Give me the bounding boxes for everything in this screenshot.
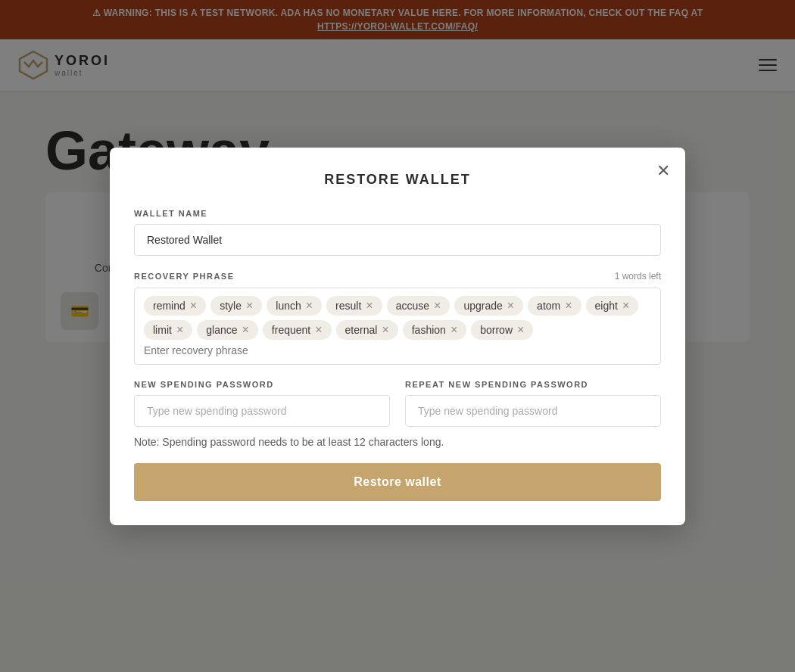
remove-tag[interactable]: ×	[366, 300, 373, 312]
recovery-phrase-header: RECOVERY PHRASE 1 words left	[134, 271, 661, 282]
remove-tag[interactable]: ×	[382, 324, 388, 336]
modal-title: RESTORE WALLET	[134, 172, 661, 188]
repeat-password-label: REPEAT NEW SPENDING PASSWORD	[405, 380, 661, 389]
remove-tag[interactable]: ×	[315, 324, 322, 336]
wallet-name-input[interactable]	[134, 224, 661, 256]
repeat-password-input[interactable]	[405, 395, 661, 427]
remove-tag[interactable]: ×	[246, 300, 253, 312]
remove-tag[interactable]: ×	[190, 300, 197, 312]
wallet-name-label: WALLET NAME	[134, 209, 661, 218]
modal-close-button[interactable]: ✕	[656, 163, 670, 179]
remove-tag[interactable]: ×	[565, 300, 572, 312]
remove-tag[interactable]: ×	[450, 324, 457, 336]
password-row: NEW SPENDING PASSWORD REPEAT NEW SPENDIN…	[134, 380, 661, 427]
recovery-phrase-input[interactable]	[144, 344, 651, 356]
remove-tag[interactable]: ×	[306, 300, 313, 312]
phrase-tag: upgrade ×	[454, 296, 523, 316]
phrase-tag: eight ×	[586, 296, 639, 316]
restore-wallet-button[interactable]: Restore wallet	[134, 463, 661, 501]
phrase-tag: frequent ×	[263, 320, 332, 340]
phrase-tag: result ×	[326, 296, 382, 316]
recovery-phrase-area[interactable]: remind ×style ×lunch ×result ×accuse ×up…	[134, 288, 661, 365]
phrase-tag: remind ×	[144, 296, 206, 316]
password-note: Note: Spending password needs to be at l…	[134, 436, 661, 448]
repeat-password-field: REPEAT NEW SPENDING PASSWORD	[405, 380, 661, 427]
phrase-tag: glance ×	[197, 320, 258, 340]
phrase-tag: limit ×	[144, 320, 192, 340]
phrase-tag: atom ×	[528, 296, 581, 316]
remove-tag[interactable]: ×	[434, 300, 441, 312]
remove-tag[interactable]: ×	[242, 324, 249, 336]
recovery-phrase-label: RECOVERY PHRASE	[134, 272, 235, 281]
phrase-tag: eternal ×	[336, 320, 398, 340]
remove-tag[interactable]: ×	[507, 300, 514, 312]
new-password-field: NEW SPENDING PASSWORD	[134, 380, 390, 427]
remove-tag[interactable]: ×	[517, 324, 524, 336]
restore-wallet-modal: ✕ RESTORE WALLET WALLET NAME RECOVERY PH…	[110, 148, 685, 525]
words-left-count: 1 words left	[615, 271, 661, 282]
phrase-tag: fashion ×	[403, 320, 467, 340]
phrase-tag: borrow ×	[471, 320, 533, 340]
new-password-label: NEW SPENDING PASSWORD	[134, 380, 390, 389]
remove-tag[interactable]: ×	[622, 300, 629, 312]
new-password-input[interactable]	[134, 395, 390, 427]
phrase-tag: lunch ×	[267, 296, 322, 316]
phrase-tag: accuse ×	[387, 296, 450, 316]
remove-tag[interactable]: ×	[176, 324, 183, 336]
phrase-tag: style ×	[210, 296, 262, 316]
modal-overlay: ✕ RESTORE WALLET WALLET NAME RECOVERY PH…	[0, 0, 795, 672]
